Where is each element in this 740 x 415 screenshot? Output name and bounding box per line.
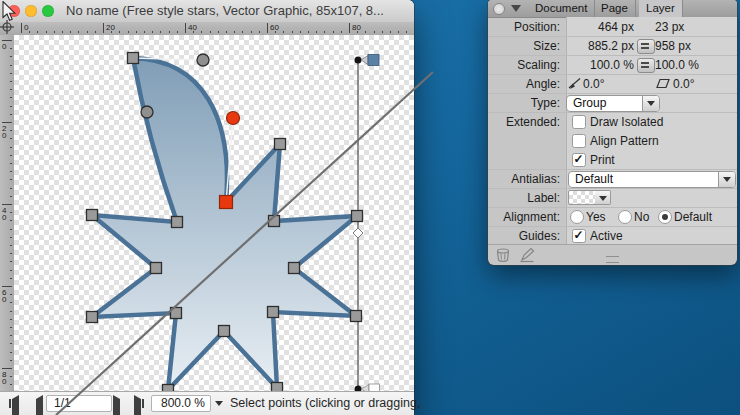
size-width-value[interactable]: 885.2 px xyxy=(566,39,634,53)
window-title: No name (Free style stars, Vector Graphi… xyxy=(66,3,408,18)
scaling-x-value[interactable]: 100.0 % xyxy=(566,58,634,72)
ruler-label: 0 xyxy=(24,23,28,32)
rotation-angle-icon xyxy=(567,77,582,90)
ruler-label: 0 xyxy=(2,43,9,50)
mouse-cursor xyxy=(2,1,18,22)
position-y-value[interactable]: 23 px xyxy=(655,20,684,34)
inspector-panel: Document Page Layer Position: 464 px 23 … xyxy=(488,0,737,265)
checkbox-label: Draw Isolated xyxy=(590,115,663,129)
inspector-titlebar[interactable]: Document Page Layer xyxy=(488,0,737,18)
minimize-button[interactable] xyxy=(25,5,37,17)
drawing-canvas[interactable] xyxy=(14,35,414,392)
row-label: Label: xyxy=(488,188,737,207)
ruler-tick xyxy=(21,23,22,32)
window-titlebar[interactable]: No name (Free style stars, Vector Graphi… xyxy=(0,0,414,23)
row-position: Position: 464 px 23 px xyxy=(488,17,737,36)
last-page-icon[interactable] xyxy=(134,399,141,415)
zoom-button[interactable] xyxy=(42,5,54,17)
zoom-dropdown-icon[interactable] xyxy=(215,401,223,406)
type-dropdown-value: Group xyxy=(573,96,606,110)
ruler-tick xyxy=(103,23,104,32)
horizontal-ruler[interactable]: 0 20 40 60 80 xyxy=(14,22,414,36)
field-label: Type: xyxy=(488,96,560,110)
row-extended: Extended: Draw Isolated Align Pattern Pr… xyxy=(488,112,737,169)
status-hint-text: Select points (clicking or dragging, xyxy=(230,396,420,410)
dropdown-arrow-icon[interactable] xyxy=(718,172,735,187)
checkbox-label: Active xyxy=(590,229,623,243)
field-label: Alignment: xyxy=(488,210,560,224)
row-scaling: Scaling: 100.0 % 100.0 % xyxy=(488,55,737,74)
page-indicator-field[interactable]: 1/1 xyxy=(46,395,112,412)
antialias-dropdown[interactable]: Default xyxy=(568,171,736,188)
previous-page-icon[interactable] xyxy=(36,399,43,415)
ruler-label: 80 xyxy=(2,371,9,385)
radio-label: Default xyxy=(674,210,712,224)
tab-document[interactable]: Document xyxy=(528,0,595,17)
alignment-yes-radio[interactable] xyxy=(570,210,584,224)
type-dropdown[interactable]: Group xyxy=(566,95,660,112)
ruler-tick xyxy=(267,23,268,32)
row-type: Type: Group xyxy=(488,93,737,112)
alignment-default-radio[interactable] xyxy=(658,210,672,224)
label-color-swatch[interactable] xyxy=(568,190,596,205)
radio-label: No xyxy=(634,210,649,224)
ruler-tick xyxy=(2,204,11,205)
tab-layer[interactable]: Layer xyxy=(639,0,683,17)
inspector-footer xyxy=(488,244,737,265)
tab-page[interactable]: Page xyxy=(594,0,636,17)
size-height-value[interactable]: 958 px xyxy=(655,39,691,53)
row-antialias: Antialias: Default xyxy=(488,169,737,188)
vertical-ruler[interactable]: 0 20 40 60 80 xyxy=(0,35,15,392)
proportional-link-icon[interactable] xyxy=(637,39,655,54)
position-x-value[interactable]: 464 px xyxy=(566,20,634,34)
scaling-y-value[interactable]: 100.0 % xyxy=(655,58,699,72)
ruler-label: 20 xyxy=(106,23,115,32)
ruler-tick xyxy=(2,122,11,123)
zoom-level-field[interactable]: 800.0 % xyxy=(151,395,211,412)
next-page-icon[interactable] xyxy=(113,399,120,415)
field-label: Size: xyxy=(488,39,560,53)
align-pattern-checkbox[interactable] xyxy=(572,134,586,148)
ruler-tick xyxy=(2,368,11,369)
field-label: Extended: xyxy=(488,115,560,129)
field-label: Position: xyxy=(488,20,560,34)
document-window: No name (Free style stars, Vector Graphi… xyxy=(0,0,414,415)
draw-isolated-checkbox[interactable] xyxy=(572,115,586,129)
field-label: Antialias: xyxy=(488,172,560,186)
rotation-angle-value[interactable]: 0.0° xyxy=(583,77,604,91)
checkbox-label: Align Pattern xyxy=(590,134,659,148)
dropdown-arrow-icon[interactable] xyxy=(642,96,659,111)
ruler-label: 40 xyxy=(188,23,197,32)
ruler-label: 60 xyxy=(2,289,9,303)
row-guides: Guides: Active xyxy=(488,226,737,245)
field-label: Angle: xyxy=(488,77,560,91)
alignment-no-radio[interactable] xyxy=(618,210,632,224)
crosshair-origin-icon[interactable] xyxy=(0,20,14,34)
row-angle: Angle: 0.0° 0.0° xyxy=(488,74,737,93)
proportional-link-icon[interactable] xyxy=(637,58,655,73)
print-checkbox[interactable] xyxy=(572,153,586,167)
ruler-label: 40 xyxy=(2,207,9,221)
trash-icon[interactable] xyxy=(495,247,511,263)
row-size: Size: 885.2 px 958 px xyxy=(488,36,737,55)
field-label: Label: xyxy=(488,191,560,205)
first-page-icon[interactable] xyxy=(12,399,19,415)
ruler-label: 60 xyxy=(270,23,279,32)
skew-angle-value[interactable]: 0.0° xyxy=(673,77,694,91)
ruler-label: 20 xyxy=(2,125,9,139)
field-label: Guides: xyxy=(488,229,560,243)
panel-resize-handle[interactable] xyxy=(606,256,619,263)
field-label: Scaling: xyxy=(488,58,560,72)
checkbox-label: Print xyxy=(590,153,615,167)
skew-angle-icon xyxy=(653,77,671,90)
ruler-tick xyxy=(2,286,11,287)
row-alignment: Alignment: Yes No Default xyxy=(488,207,737,226)
panel-close-icon[interactable] xyxy=(493,3,505,15)
ruler-tick xyxy=(185,23,186,32)
antialias-dropdown-value: Default xyxy=(575,172,613,186)
chevron-down-icon[interactable] xyxy=(511,5,521,12)
guides-active-checkbox[interactable] xyxy=(572,229,586,243)
dropdown-arrow-icon[interactable] xyxy=(595,190,611,205)
ruler-tick xyxy=(2,40,11,41)
edit-pencil-icon[interactable] xyxy=(519,247,535,263)
